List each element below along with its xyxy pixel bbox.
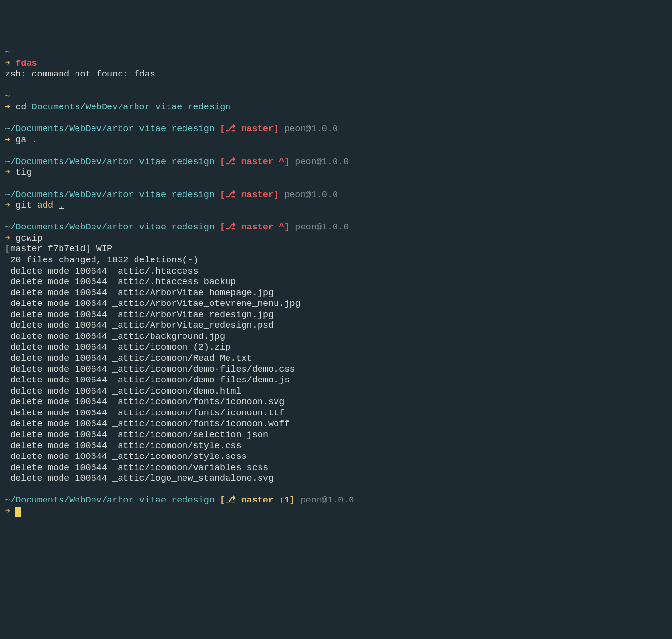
- prompt-arrow-icon: ➔: [5, 102, 15, 112]
- prompt-arrow-icon: ➔: [5, 167, 15, 178]
- output-line: delete mode 100644 _attic/ArborVitae_red…: [5, 320, 667, 332]
- output-line: delete mode 100644 _attic/ArborVitae_hom…: [5, 288, 667, 299]
- output-line: delete mode 100644 _attic/icomoon/fonts/…: [5, 397, 667, 408]
- command-line: ➔ git add .: [5, 200, 667, 212]
- output-line: delete mode 100644 _attic/.htaccess: [5, 266, 667, 277]
- prompt-path-line: ~: [5, 47, 667, 59]
- prompt-path-line: ~/Documents/WebDev/arbor_vitae_redesign …: [5, 124, 667, 135]
- output-line: delete mode 100644 _attic/icomoon/demo-f…: [5, 375, 667, 386]
- output-line: [master f7b7e1d] WIP: [5, 244, 667, 255]
- prompt-path-line: ~/Documents/WebDev/arbor_vitae_redesign …: [5, 157, 667, 168]
- git-branch-indicator: [⎇ master]: [220, 124, 279, 134]
- blank-line: [5, 212, 667, 223]
- command-fragment: fdas: [15, 59, 37, 69]
- git-branch-indicator: [⎇ master ^]: [220, 222, 290, 232]
- command-line: ➔ cd Documents/WebDev/arbor_vitae_redesi…: [5, 102, 667, 113]
- command-fragment: gcwip: [15, 233, 43, 243]
- output-line: delete mode 100644 _attic/background.jpg: [5, 332, 667, 343]
- output-line: delete mode 100644 _attic/icomoon (2).zi…: [5, 342, 667, 353]
- blank-line: [5, 485, 667, 496]
- prompt-arrow-icon: ➔: [5, 200, 15, 211]
- command-fragment: git: [15, 200, 37, 211]
- output-line: delete mode 100644 _attic/ArborVitae_red…: [5, 310, 667, 321]
- command-fragment: add: [37, 200, 59, 211]
- output-line: delete mode 100644 _attic/ArborVitae_ote…: [5, 299, 667, 310]
- git-branch-indicator: [⎇ master ^]: [220, 157, 290, 167]
- command-fragment: tig: [15, 167, 31, 178]
- output-line: delete mode 100644 _attic/.htaccess_back…: [5, 277, 667, 288]
- output-line: delete mode 100644 _attic/icomoon/style.…: [5, 452, 667, 463]
- prompt-arrow-icon: ➔: [5, 135, 15, 145]
- git-branch-indicator: [⎇ master ↑1]: [220, 495, 295, 505]
- command-fragment: ga: [15, 135, 31, 145]
- prompt-arrow-icon: ➔: [5, 506, 15, 517]
- command-fragment: .: [59, 200, 64, 211]
- command-line: ➔ tig: [5, 167, 667, 179]
- command-line: ➔ fdas: [5, 59, 667, 70]
- prompt-path-line: ~/Documents/WebDev/arbor_vitae_redesign …: [5, 495, 667, 506]
- terminal-output[interactable]: ~➔ fdaszsh: command not found: fdas ~➔ c…: [5, 47, 667, 517]
- terminal-cursor: [15, 507, 21, 517]
- blank-line: [5, 179, 667, 190]
- prompt-arrow-icon: ➔: [5, 233, 15, 243]
- output-line: delete mode 100644 _attic/icomoon/variab…: [5, 463, 667, 474]
- blank-line: [5, 146, 667, 157]
- output-line: delete mode 100644 _attic/icomoon/demo.h…: [5, 386, 667, 397]
- blank-line: [5, 113, 667, 124]
- prompt-path-line: ~: [5, 91, 667, 103]
- output-line: delete mode 100644 _attic/icomoon/demo-f…: [5, 365, 667, 376]
- output-line: delete mode 100644 _attic/icomoon/Read M…: [5, 353, 667, 365]
- command-line: ➔ ga .: [5, 135, 667, 146]
- output-line: zsh: command not found: fdas: [5, 69, 667, 80]
- command-line: ➔ gcwip: [5, 233, 667, 244]
- prompt-arrow-icon: ➔: [5, 59, 15, 69]
- active-command-line[interactable]: ➔: [5, 506, 667, 517]
- output-line: delete mode 100644 _attic/logo_new_stand…: [5, 473, 667, 485]
- prompt-path-line: ~/Documents/WebDev/arbor_vitae_redesign …: [5, 190, 667, 201]
- output-line: delete mode 100644 _attic/icomoon/style.…: [5, 441, 667, 452]
- output-line: delete mode 100644 _attic/icomoon/select…: [5, 430, 667, 441]
- git-branch-indicator: [⎇ master]: [220, 190, 279, 200]
- command-fragment: Documents/WebDev/arbor_vitae_redesign: [32, 102, 231, 112]
- prompt-path-line: ~/Documents/WebDev/arbor_vitae_redesign …: [5, 222, 667, 233]
- blank-line: [5, 80, 667, 91]
- output-line: delete mode 100644 _attic/icomoon/fonts/…: [5, 419, 667, 430]
- command-fragment: cd: [15, 102, 31, 112]
- output-line: 20 files changed, 1832 deletions(-): [5, 255, 667, 266]
- command-fragment: .: [32, 135, 37, 145]
- output-line: delete mode 100644 _attic/icomoon/fonts/…: [5, 408, 667, 419]
